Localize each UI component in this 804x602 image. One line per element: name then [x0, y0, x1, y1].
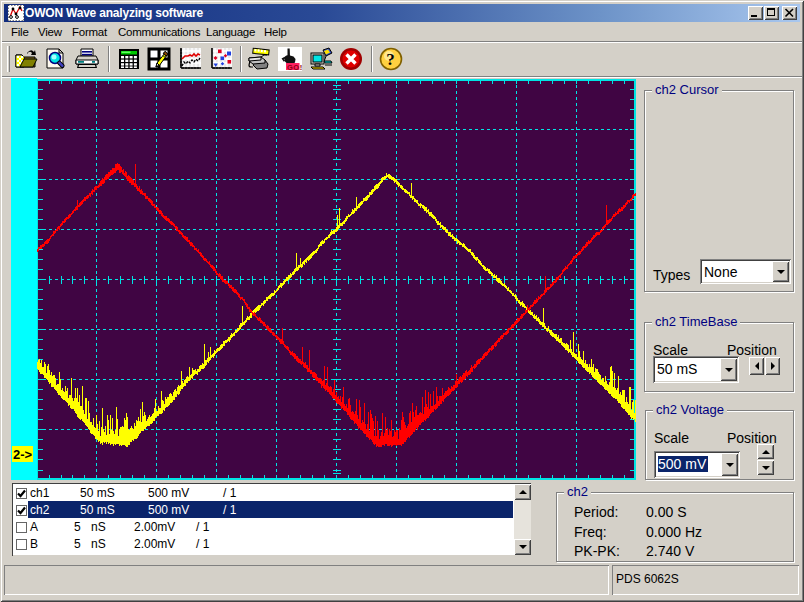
svg-text:2->: 2-> — [13, 447, 33, 462]
